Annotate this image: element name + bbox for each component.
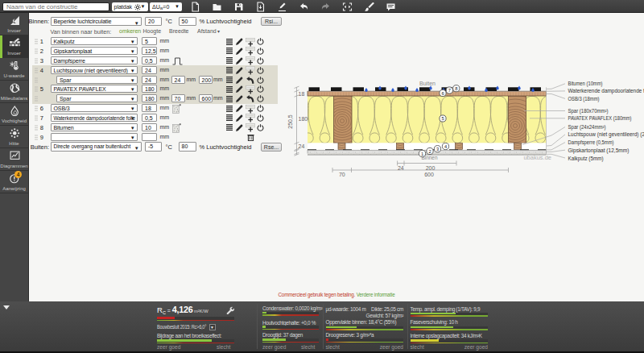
svg-text:5: 5	[441, 116, 444, 121]
svg-text:2: 2	[428, 149, 431, 154]
svg-text:600: 600	[424, 172, 434, 177]
svg-text:Buiten: Buiten	[419, 80, 436, 87]
svg-text:18: 18	[299, 91, 305, 97]
svg-text:24: 24	[299, 143, 305, 149]
svg-text:6: 6	[441, 91, 444, 96]
svg-text:200: 200	[426, 165, 436, 171]
svg-text:Waterkerende dampdoorlatende f: Waterkerende dampdoorlatende folie (0,5m…	[568, 88, 644, 94]
svg-text:24: 24	[398, 165, 404, 171]
svg-text:Gipskartonplaat (12,5mm): Gipskartonplaat (12,5mm)	[568, 147, 630, 154]
svg-text:1: 1	[421, 152, 423, 156]
svg-text:Spar (180x70mm²): Spar (180x70mm²)	[568, 108, 609, 114]
svg-text:70: 70	[339, 172, 345, 177]
svg-text:8: 8	[455, 86, 457, 91]
svg-text:Luchtspouw (niet geventileerd): Luchtspouw (niet geventileerd) (24mm)	[568, 131, 644, 138]
svg-text:Spar (24x24mm²): Spar (24x24mm²)	[568, 124, 606, 131]
svg-text:Kalkputz (5mm): Kalkputz (5mm)	[568, 156, 604, 162]
svg-text:PAVATEX PAVAFLEX (180mm): PAVATEX PAVAFLEX (180mm)	[568, 115, 632, 122]
svg-text:ubakus.de: ubakus.de	[523, 154, 551, 161]
svg-text:Dampfsperre (0,5mm): Dampfsperre (0,5mm)	[568, 139, 614, 146]
svg-text:7: 7	[448, 88, 451, 93]
svg-text:250,5: 250,5	[287, 114, 293, 129]
svg-text:180: 180	[299, 116, 308, 122]
svg-text:OSB/3 (18mm): OSB/3 (18mm)	[568, 96, 600, 102]
svg-text:3: 3	[436, 147, 439, 152]
svg-text:Bitumen (10mm): Bitumen (10mm)	[568, 81, 603, 87]
